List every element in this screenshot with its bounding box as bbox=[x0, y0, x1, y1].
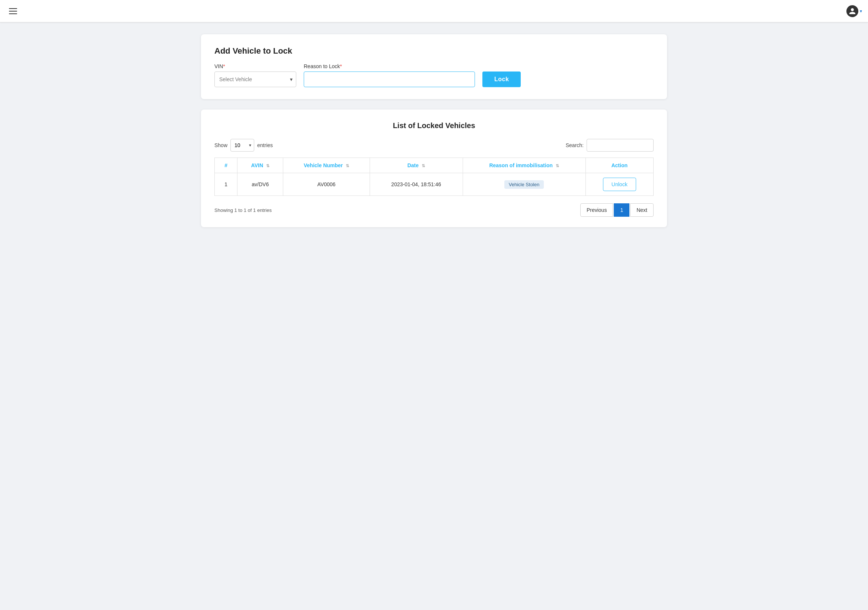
header-user-area: ▾ bbox=[846, 5, 862, 17]
entries-per-page-select[interactable]: 10 25 50 100 bbox=[230, 139, 254, 152]
add-vehicle-form: VIN* Select Vehicle ▾ Reason to Lock* Lo… bbox=[214, 63, 654, 87]
reason-input[interactable] bbox=[304, 71, 475, 87]
col-vehicle-number[interactable]: Vehicle Number ⇅ bbox=[283, 158, 370, 173]
cell-date: 2023-01-04, 18:51:46 bbox=[370, 173, 463, 196]
add-vehicle-card: Add Vehicle to Lock VIN* Select Vehicle … bbox=[201, 34, 667, 99]
vin-field-group: VIN* Select Vehicle ▾ bbox=[214, 63, 296, 87]
table-title: List of Locked Vehicles bbox=[214, 121, 654, 130]
table-row: 1 av/DV6 AV0006 2023-01-04, 18:51:46 Veh… bbox=[215, 173, 654, 196]
hamburger-line-2 bbox=[9, 11, 17, 12]
user-avatar-icon[interactable] bbox=[846, 5, 858, 17]
hamburger-line-1 bbox=[9, 8, 17, 9]
main-content: Add Vehicle to Lock VIN* Select Vehicle … bbox=[192, 22, 676, 239]
show-label: Show bbox=[214, 142, 228, 148]
search-input[interactable] bbox=[587, 139, 654, 152]
reason-field-group: Reason to Lock* bbox=[304, 63, 475, 87]
table-header: # AVIN ⇅ Vehicle Number ⇅ Date ⇅ bbox=[215, 158, 654, 173]
col-date[interactable]: Date ⇅ bbox=[370, 158, 463, 173]
col-reason[interactable]: Reason of immobilisation ⇅ bbox=[463, 158, 586, 173]
entries-label: entries bbox=[257, 142, 273, 148]
previous-button[interactable]: Previous bbox=[580, 203, 613, 217]
vin-select-wrapper: Select Vehicle ▾ bbox=[214, 71, 296, 87]
table-body: 1 av/DV6 AV0006 2023-01-04, 18:51:46 Veh… bbox=[215, 173, 654, 196]
avin-sort-icon: ⇅ bbox=[266, 163, 270, 168]
lock-button[interactable]: Lock bbox=[482, 71, 521, 87]
cell-avin: av/DV6 bbox=[237, 173, 283, 196]
vin-label: VIN* bbox=[214, 63, 296, 69]
locked-vehicles-table: # AVIN ⇅ Vehicle Number ⇅ Date ⇅ bbox=[214, 158, 654, 196]
table-footer: Showing 1 to 1 of 1 entries Previous 1 N… bbox=[214, 203, 654, 217]
vin-select[interactable]: Select Vehicle bbox=[214, 71, 296, 87]
page-1-button[interactable]: 1 bbox=[614, 203, 629, 217]
col-action: Action bbox=[586, 158, 654, 173]
reason-required-star: * bbox=[340, 63, 342, 69]
table-controls: Show 10 25 50 100 entries Search: bbox=[214, 139, 654, 152]
col-num[interactable]: # bbox=[215, 158, 237, 173]
cell-action: Unlock bbox=[586, 173, 654, 196]
table-header-row: # AVIN ⇅ Vehicle Number ⇅ Date ⇅ bbox=[215, 158, 654, 173]
reason-label: Reason to Lock* bbox=[304, 63, 475, 69]
date-sort-icon: ⇅ bbox=[422, 163, 425, 168]
cell-reason: Vehicle Stolen bbox=[463, 173, 586, 196]
cell-vehicle-number: AV0006 bbox=[283, 173, 370, 196]
show-entries-control: Show 10 25 50 100 entries bbox=[214, 139, 273, 152]
entries-select-wrapper: 10 25 50 100 bbox=[230, 139, 254, 152]
col-avin[interactable]: AVIN ⇅ bbox=[237, 158, 283, 173]
app-header: ▾ bbox=[0, 0, 868, 22]
pagination: Previous 1 Next bbox=[580, 203, 654, 217]
reason-sort-icon: ⇅ bbox=[556, 163, 559, 168]
unlock-button[interactable]: Unlock bbox=[603, 178, 636, 191]
next-button[interactable]: Next bbox=[630, 203, 654, 217]
form-title: Add Vehicle to Lock bbox=[214, 46, 654, 56]
vehicle-number-sort-icon: ⇅ bbox=[346, 163, 349, 168]
menu-button[interactable] bbox=[6, 5, 20, 17]
cell-num: 1 bbox=[215, 173, 237, 196]
search-label: Search: bbox=[566, 142, 584, 148]
vin-required-star: * bbox=[223, 63, 225, 69]
locked-vehicles-card: List of Locked Vehicles Show 10 25 50 10… bbox=[201, 110, 667, 227]
search-area: Search: bbox=[566, 139, 654, 152]
hamburger-line-3 bbox=[9, 13, 17, 14]
reason-badge: Vehicle Stolen bbox=[504, 180, 544, 189]
user-menu-chevron-icon: ▾ bbox=[860, 9, 862, 14]
showing-text: Showing 1 to 1 of 1 entries bbox=[214, 207, 272, 213]
